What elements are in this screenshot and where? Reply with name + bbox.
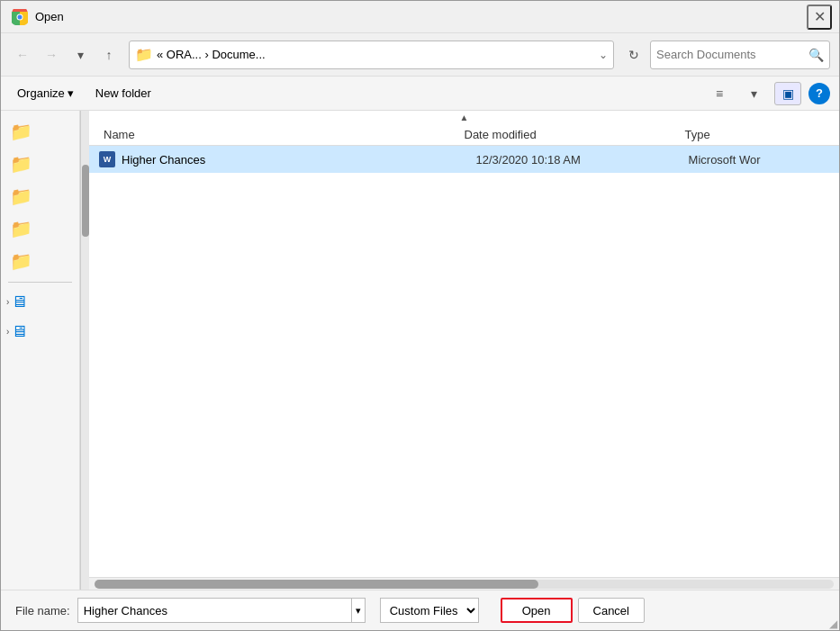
cancel-button[interactable]: Cancel	[578, 598, 645, 623]
address-chevron: ⌄	[599, 49, 608, 61]
new-folder-button[interactable]: New folder	[88, 84, 158, 103]
view-arrow-button[interactable]: ▾	[740, 82, 767, 105]
content-area: 📁 📁 📁 📁 📁 › 🖥 › 🖥	[1, 111, 839, 590]
file-list-wrapper: ▲ Name Date modified Type W Higher Chanc…	[89, 111, 839, 590]
sidebar-item-2[interactable]: 📁	[3, 182, 77, 211]
sidebar-folder-icon-1: 📁	[10, 153, 32, 175]
organize-label: Organize	[17, 86, 65, 100]
sidebar-item-1[interactable]: 📁	[3, 149, 77, 178]
forward-button[interactable]: →	[39, 42, 64, 68]
file-name-0: Higher Chances	[122, 153, 476, 167]
file-date-0: 12/3/2020 10:18 AM	[476, 153, 689, 167]
filename-input-wrap: ▾	[77, 598, 366, 623]
sidebar-scrollbar[interactable]	[80, 111, 89, 590]
sidebar-item-3[interactable]: 📁	[3, 214, 77, 243]
open-dialog: Open ✕ ← → ▾ ↑ 📁 « ORA... › Docume... ⌄ …	[0, 0, 840, 631]
organize-button[interactable]: Organize ▾	[10, 84, 81, 103]
open-button[interactable]: Open	[501, 598, 573, 623]
sidebar-scrollbar-thumb	[82, 165, 89, 237]
col-header-type[interactable]: Type	[680, 124, 830, 145]
up-button[interactable]: ↑	[96, 42, 122, 68]
filename-input[interactable]	[77, 598, 352, 623]
search-icon: 🔍	[808, 48, 824, 62]
sidebar-folder-icon-0: 📁	[10, 121, 32, 142]
sidebar-folder-icon-3: 📁	[10, 218, 32, 239]
pane-icon: ▣	[782, 86, 794, 101]
title-bar: Open ✕	[1, 1, 839, 33]
search-box[interactable]: 🔍	[650, 41, 830, 69]
scrollbar-thumb	[95, 580, 538, 589]
address-folder-icon: 📁	[135, 46, 153, 63]
organize-arrow: ▾	[68, 86, 74, 100]
sidebar-computer-1[interactable]: › 🖥	[3, 289, 77, 315]
col-header-date[interactable]: Date modified	[459, 124, 680, 145]
sidebar: 📁 📁 📁 📁 📁 › 🖥 › 🖥	[1, 111, 80, 590]
chrome-icon	[12, 9, 28, 25]
sort-indicator: ▲	[89, 111, 839, 124]
search-input[interactable]	[656, 48, 808, 61]
action-buttons: Open Cancel	[501, 598, 645, 623]
resize-handle[interactable]: ◢	[826, 617, 839, 630]
computer-icon-2: 🖥	[11, 322, 27, 341]
scrollbar-track	[95, 580, 834, 589]
view-arrow: ▾	[751, 86, 757, 101]
word-icon: W	[99, 151, 115, 167]
nav-down-arrow[interactable]: ▾	[68, 42, 93, 68]
new-folder-label: New folder	[95, 86, 151, 100]
file-list-header: Name Date modified Type	[89, 124, 839, 146]
file-list[interactable]: W Higher Chances 12/3/2020 10:18 AM Micr…	[89, 146, 839, 577]
sort-arrow: ▲	[460, 113, 469, 122]
back-button[interactable]: ←	[10, 42, 35, 68]
dialog-title: Open	[35, 10, 64, 23]
file-icon-0: W	[98, 150, 116, 168]
pane-button[interactable]: ▣	[774, 82, 801, 105]
filetype-select-wrap: Custom Files	[380, 598, 479, 623]
address-bar[interactable]: 📁 « ORA... › Docume... ⌄	[129, 41, 614, 69]
filename-label: File name:	[15, 604, 70, 617]
view-button[interactable]: ≡	[706, 82, 733, 105]
expand-icon-1: ›	[6, 297, 9, 307]
sidebar-separator	[8, 282, 72, 283]
view-icon: ≡	[716, 86, 723, 101]
sidebar-folder-icon-2: 📁	[10, 185, 32, 207]
sidebar-item-4[interactable]: 📁	[3, 247, 77, 275]
col-header-name[interactable]: Name	[98, 124, 459, 145]
sidebar-computer-2[interactable]: › 🖥	[3, 319, 77, 345]
file-row-0[interactable]: W Higher Chances 12/3/2020 10:18 AM Micr…	[89, 146, 839, 173]
sidebar-item-0[interactable]: 📁	[3, 117, 77, 146]
close-button[interactable]: ✕	[807, 5, 832, 30]
computer-icon-1: 🖥	[11, 293, 27, 311]
sidebar-folder-icon-4: 📁	[10, 250, 32, 272]
refresh-button[interactable]: ↻	[621, 42, 646, 68]
bottom-bar: File name: ▾ Custom Files Open Cancel	[1, 590, 839, 630]
filename-dropdown-button[interactable]: ▾	[352, 598, 366, 623]
expand-icon-2: ›	[6, 327, 9, 337]
title-bar-left: Open	[12, 9, 64, 25]
filetype-select[interactable]: Custom Files	[380, 598, 479, 623]
nav-bar: ← → ▾ ↑ 📁 « ORA... › Docume... ⌄ ↻ 🔍	[1, 33, 839, 77]
toolbar: Organize ▾ New folder ≡ ▾ ▣ ?	[1, 77, 839, 111]
horizontal-scrollbar[interactable]	[89, 577, 839, 590]
svg-point-2	[18, 14, 23, 19]
help-button[interactable]: ?	[808, 83, 830, 104]
file-type-0: Microsoft Wor	[689, 153, 830, 167]
address-text: « ORA... › Docume...	[157, 48, 595, 61]
